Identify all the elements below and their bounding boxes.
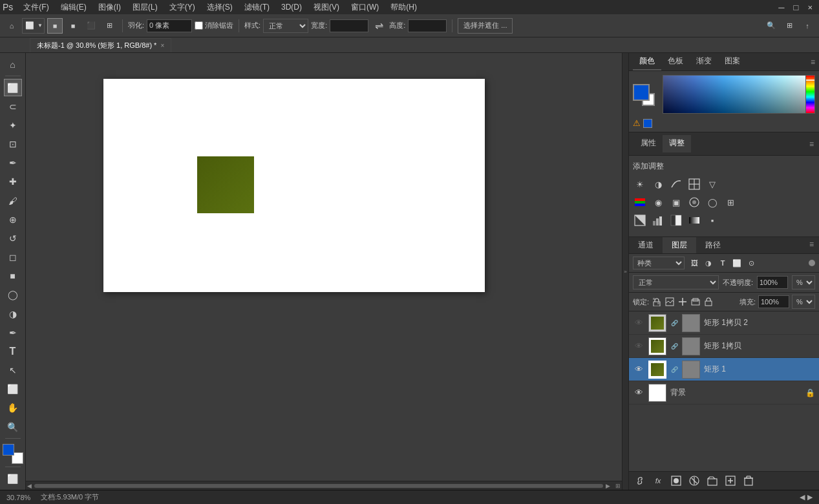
hand-tool[interactable]: ✋	[4, 399, 22, 417]
menu-view[interactable]: 视图(V)	[308, 1, 345, 14]
healing-tool[interactable]: ✚	[4, 173, 22, 191]
fg-color-swatch[interactable]	[3, 444, 14, 456]
filter-shape-icon[interactable]: ⬜	[731, 257, 743, 269]
filter-smart-icon[interactable]: ⊙	[745, 257, 757, 269]
posterize-icon[interactable]	[651, 213, 665, 227]
properties-tab[interactable]: 属性	[634, 135, 663, 152]
canvas-area[interactable]: » ◀ ▶ ⊞	[26, 53, 628, 490]
h-scroll-thumb[interactable]	[34, 484, 603, 488]
status-arrow-right[interactable]: ▶	[807, 493, 813, 501]
lock-image-icon[interactable]	[665, 297, 675, 307]
anti-alias-checkbox[interactable]	[195, 21, 203, 30]
layer-item[interactable]: 👁 🔗 矩形 1拷贝	[629, 335, 819, 358]
layer-kind-select[interactable]: 种类	[633, 257, 685, 269]
threshold-icon[interactable]	[669, 213, 683, 227]
layers-tab[interactable]: 图层	[663, 237, 696, 253]
tool-b[interactable]: ■	[65, 18, 81, 34]
layer-visibility-icon[interactable]: 👁	[633, 387, 644, 399]
workspace-btn[interactable]: ⊞	[782, 18, 797, 34]
anti-alias-label[interactable]: 消除锯齿	[195, 21, 233, 30]
clone-tool[interactable]: ⊕	[4, 211, 22, 228]
menu-select[interactable]: 选择(S)	[202, 1, 238, 14]
path-select-tool[interactable]: ↖	[4, 361, 22, 379]
document-tab[interactable]: 未标题-1 @ 30.8% (矩形 1, RGB/8#) * ×	[30, 38, 171, 52]
layer-visibility-icon[interactable]: 👁	[633, 364, 644, 375]
layer-fx-icon[interactable]: fx	[651, 474, 665, 488]
tab-close-btn[interactable]: ×	[160, 42, 164, 49]
quick-select-tool[interactable]: ✦	[4, 116, 22, 134]
tool-d[interactable]: ⊞	[101, 18, 117, 34]
selective-color-icon[interactable]: ▪	[705, 213, 719, 227]
curves-icon[interactable]	[669, 177, 683, 191]
layer-mask-icon[interactable]	[669, 474, 683, 488]
invert-icon[interactable]	[633, 213, 647, 227]
search-btn[interactable]: 🔍	[763, 18, 779, 34]
menu-image[interactable]: 图像(I)	[93, 1, 126, 14]
height-input[interactable]	[408, 19, 447, 32]
restore-btn[interactable]: □	[790, 3, 803, 12]
layer-delete-icon[interactable]	[741, 474, 756, 488]
layer-item[interactable]: 👁 🔗 矩形 1拷贝 2	[629, 311, 819, 335]
swatches-tab[interactable]: 色板	[661, 53, 690, 70]
rect-select-btn[interactable]: ⬜	[23, 19, 36, 32]
swap-btn[interactable]: ⇌	[371, 18, 387, 34]
lock-artboard-icon[interactable]	[690, 297, 701, 307]
marquee-tool[interactable]: ⬜	[4, 79, 22, 96]
foreground-color-swatch[interactable]	[633, 84, 650, 101]
lasso-tool[interactable]: ⊂	[4, 98, 22, 115]
quick-mask-tool[interactable]: ⬜	[4, 470, 22, 487]
menu-window[interactable]: 窗口(W)	[346, 1, 384, 14]
select-mask-btn[interactable]: 选择并遮住 ...	[458, 18, 513, 34]
tool-c[interactable]: ⬛	[83, 18, 99, 34]
status-arrow-left[interactable]: ◀	[800, 493, 805, 501]
move-tool-btn[interactable]: ⌂	[4, 18, 19, 34]
filter-adjustment-icon[interactable]: ◑	[703, 257, 714, 269]
style-select[interactable]: 正常	[263, 19, 308, 33]
filter-pixel-icon[interactable]: 🖼	[688, 257, 700, 269]
layer-visibility-icon[interactable]: 👁	[633, 341, 644, 352]
feather-input[interactable]	[147, 19, 192, 32]
layer-item[interactable]: 👁 背景 🔒	[629, 381, 819, 404]
gradient-map-icon[interactable]	[687, 213, 701, 227]
layer-item-active[interactable]: 👁 🔗 矩形 1	[629, 358, 819, 381]
select-dropdown[interactable]: ▼	[37, 19, 43, 32]
hue-slider[interactable]	[805, 76, 814, 113]
channel-mixer-icon[interactable]: ◯	[705, 195, 719, 209]
exposure-icon[interactable]	[687, 177, 701, 191]
eraser-tool[interactable]: ◻	[4, 249, 22, 266]
gradients-tab[interactable]: 渐变	[690, 53, 718, 70]
color-lookup-icon[interactable]: ⊞	[723, 195, 738, 209]
layer-link-icon[interactable]: 🔗	[670, 337, 678, 355]
bw-icon[interactable]: ▣	[669, 195, 683, 209]
layer-filter-toggle[interactable]	[809, 260, 815, 266]
adjustments-tab[interactable]: 调整	[663, 135, 691, 152]
blur-tool[interactable]: ◯	[4, 286, 22, 304]
menu-layer[interactable]: 图层(L)	[127, 1, 163, 14]
layer-visibility-icon[interactable]: 👁	[633, 317, 644, 329]
vibrance-icon[interactable]: ▽	[705, 177, 719, 191]
patterns-tab[interactable]: 图案	[718, 53, 747, 70]
filter-text-icon[interactable]: T	[717, 257, 729, 269]
layers-panel-menu-icon[interactable]: ≡	[804, 237, 819, 253]
layer-link-icon[interactable]: 🔗	[670, 314, 678, 332]
blend-mode-select[interactable]: 正常	[633, 275, 719, 289]
share-btn[interactable]: ↑	[800, 18, 815, 34]
lock-all-icon[interactable]	[703, 297, 714, 307]
tool-a[interactable]: ■	[47, 18, 63, 34]
minimize-btn[interactable]: ─	[774, 3, 788, 12]
color-swatch-area[interactable]	[3, 444, 23, 464]
fill-input[interactable]	[758, 295, 789, 308]
layer-group-icon[interactable]	[705, 474, 719, 488]
scroll-left-icon[interactable]: ◀	[27, 483, 32, 489]
photo-filter-icon[interactable]	[687, 195, 701, 209]
color-balance-icon[interactable]: ◉	[651, 195, 665, 209]
crop-tool[interactable]: ⊡	[4, 136, 22, 153]
brush-tool[interactable]: 🖌	[4, 192, 22, 209]
adj-panel-menu-icon[interactable]: ≡	[809, 140, 814, 149]
web-safe-swatch[interactable]	[643, 119, 652, 128]
history-tool[interactable]: ↺	[4, 229, 22, 247]
color-panel-menu-icon[interactable]: ≡	[811, 58, 815, 67]
zoom-tool[interactable]: 🔍	[4, 418, 22, 436]
close-btn[interactable]: ×	[803, 3, 816, 12]
color-gradient-picker[interactable]	[663, 75, 815, 114]
